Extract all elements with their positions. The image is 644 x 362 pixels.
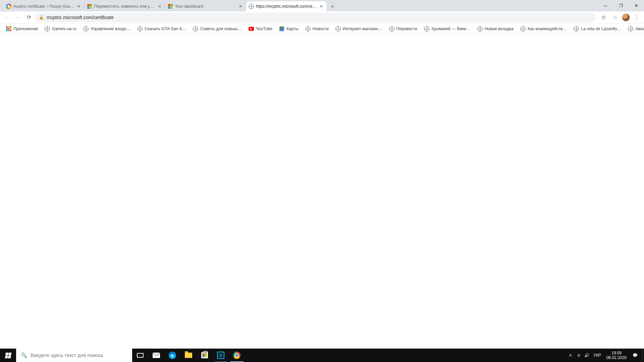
tray-network-icon[interactable]: ⎚ — [575, 349, 583, 362]
globe-icon — [520, 26, 526, 32]
tab-title: Your dashboard — [175, 4, 236, 9]
search-icon: 🔍 — [21, 352, 27, 358]
show-desktop-button[interactable] — [642, 349, 644, 362]
globe-icon — [574, 26, 579, 32]
youtube-icon — [249, 26, 254, 32]
globe-icon — [83, 26, 89, 32]
bookmark-apps[interactable]: Приложения — [3, 25, 41, 33]
edge-app-button[interactable] — [164, 349, 180, 362]
profile-avatar[interactable] — [622, 13, 630, 21]
taskview-button[interactable] — [132, 349, 148, 362]
bookmark-star-icon[interactable]: ☆ — [610, 13, 620, 22]
chevron-up-icon: ᐱ — [569, 353, 572, 358]
reload-button[interactable]: ⟳ — [24, 13, 34, 22]
chrome-app-button[interactable] — [229, 349, 245, 362]
chrome-icon — [233, 352, 240, 359]
bookmark-label: La vida de Lazarillo… — [581, 26, 621, 31]
tray-notifications-button[interactable]: 💬 — [629, 349, 641, 362]
mail-app-button[interactable] — [148, 349, 164, 362]
bookmark-label: Games-ua.ru — [52, 26, 76, 31]
tray-overflow-button[interactable]: ᐱ — [567, 349, 575, 362]
bookmark-label: Хромакей — Вики… — [431, 26, 471, 31]
tab-0[interactable]: mcptnc certificate – Пошук Google ✕ — [3, 1, 84, 11]
windows-icon — [5, 353, 11, 358]
bookmark-label: Авиабилеты — [635, 26, 644, 31]
globe-icon — [424, 26, 429, 32]
tab-3-active[interactable]: https://mcptnc.microsoft.com/certificate… — [246, 1, 326, 11]
tray-volume-icon[interactable]: 🔊 — [583, 349, 591, 362]
globe-icon — [305, 26, 311, 32]
microsoft-icon — [168, 4, 173, 9]
globe-icon — [389, 26, 394, 32]
tab-1[interactable]: Переместить, изменить или удалить ✕ — [84, 1, 165, 11]
explorer-app-button[interactable] — [180, 349, 197, 362]
globe-icon — [45, 26, 50, 32]
globe-icon — [193, 26, 198, 32]
bookmark-item[interactable]: Авиабилеты — [625, 25, 644, 33]
bookmark-maps[interactable]: Карты — [276, 25, 301, 33]
tab-title: mcptnc certificate – Пошук Google — [13, 4, 74, 9]
bookmark-item[interactable]: Новости — [303, 25, 331, 33]
bookmark-item[interactable]: Как взаимодейств… — [518, 25, 570, 33]
tab-title: Переместить, изменить или удалить — [94, 4, 155, 9]
bookmark-item[interactable]: Советы для повыш… — [190, 25, 245, 33]
start-button[interactable] — [0, 349, 16, 362]
close-icon[interactable]: ✕ — [319, 4, 324, 9]
tray-clock[interactable]: 19:09 06.02.2020 — [604, 351, 629, 360]
bookmark-label: YouTube — [256, 26, 272, 31]
desktop-share-icon[interactable]: ⎚ — [599, 13, 608, 22]
bookmark-youtube[interactable]: YouTube — [246, 25, 275, 33]
edge-icon — [169, 352, 176, 359]
bookmark-item[interactable]: Интернет-магазин… — [333, 25, 385, 33]
bookmark-item[interactable]: Новая вкладка — [475, 25, 516, 33]
menu-icon[interactable]: ⋮ — [632, 13, 641, 22]
bookmarks-bar: Приложения Games-ua.ru Управление входо…… — [0, 23, 644, 34]
globe-icon — [628, 26, 633, 32]
bookmark-item[interactable]: Управление входо… — [80, 25, 133, 33]
bookmark-item[interactable]: La vida de Lazarillo… — [571, 25, 624, 33]
bookmark-label: Интернет-магазин… — [343, 26, 382, 31]
tab-2[interactable]: Your dashboard ✕ — [165, 1, 246, 11]
lock-icon: 🔒 — [39, 15, 44, 20]
taskbar-search[interactable]: 🔍 Введите здесь текст для поиска — [16, 349, 132, 362]
bookmark-label: Советы для повыш… — [200, 26, 242, 31]
window-minimize-button[interactable]: — — [598, 0, 613, 11]
tray-date: 06.02.2020 — [606, 355, 627, 360]
tray-time: 19:09 — [611, 351, 622, 355]
bookmark-item[interactable]: Перевести — [386, 25, 420, 33]
taskview-icon — [137, 353, 144, 358]
new-tab-button[interactable]: + — [328, 2, 337, 11]
browser-toolbar: ← → ⟳ 🔒 mcptnc.microsoft.com/certificate… — [0, 11, 644, 23]
bookmark-item[interactable]: Games-ua.ru — [42, 25, 79, 33]
window-close-button[interactable]: ✕ — [629, 0, 644, 11]
bookmark-item[interactable]: Хромакей — Вики… — [421, 25, 473, 33]
forward-button[interactable]: → — [13, 13, 23, 22]
search-placeholder: Введите здесь текст для поиска — [31, 353, 103, 358]
url-text: mcptnc.microsoft.com/certificate — [47, 15, 114, 20]
maps-icon — [279, 26, 284, 32]
tray-language[interactable]: УКР — [591, 353, 604, 358]
close-icon[interactable]: ✕ — [76, 4, 81, 9]
mail-icon — [153, 353, 160, 358]
bookmark-label: Как взаимодейств… — [528, 26, 567, 31]
close-icon[interactable]: ✕ — [157, 4, 162, 9]
bookmark-label: Новости — [313, 26, 329, 31]
apps-icon — [6, 26, 11, 32]
tab-title: https://mcptnc.microsoft.com/certificate — [256, 4, 317, 9]
close-icon[interactable]: ✕ — [238, 4, 243, 9]
visio-app-button[interactable]: V — [213, 349, 229, 362]
system-tray: ᐱ ⎚ 🔊 УКР 19:09 06.02.2020 💬 — [567, 349, 644, 362]
bookmark-label: Приложения — [13, 26, 38, 31]
tab-strip: mcptnc certificate – Пошук Google ✕ Пере… — [0, 0, 644, 11]
globe-icon — [335, 26, 341, 32]
bookmark-item[interactable]: Скачать GTA San A… — [135, 25, 189, 33]
taskbar-apps: V — [132, 349, 245, 362]
store-icon — [201, 352, 208, 358]
globe-icon — [249, 4, 254, 9]
back-button[interactable]: ← — [3, 13, 12, 22]
page-content — [0, 34, 644, 349]
window-maximize-button[interactable]: ❐ — [613, 0, 629, 11]
address-bar[interactable]: 🔒 mcptnc.microsoft.com/certificate — [35, 13, 596, 22]
globe-icon — [137, 26, 143, 32]
store-app-button[interactable] — [197, 349, 213, 362]
